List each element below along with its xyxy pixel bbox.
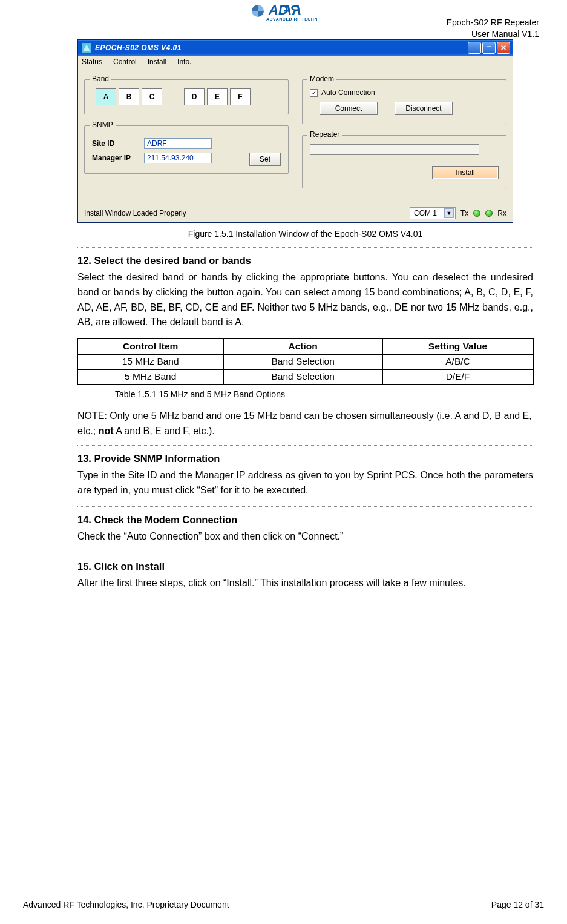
manager-ip-label: Manager IP (92, 154, 144, 162)
divider (77, 553, 533, 553)
step12-title: 12. Select the desired band or bands (77, 255, 533, 266)
status-text: Install Window Loaded Properly (84, 209, 186, 217)
titlebar: EPOCH-S02 OMS V4.01 _ □ ✕ (78, 40, 513, 56)
menu-control[interactable]: Control (113, 58, 137, 66)
repeater-group-label: Repeater (307, 130, 342, 139)
rx-label: Rx (497, 209, 506, 217)
band-options-table: Control Item Action Setting Value 15 MHz… (77, 338, 533, 384)
screenshot-container: EPOCH-S02 OMS V4.01 _ □ ✕ Status Control… (77, 39, 533, 223)
manager-ip-input[interactable] (144, 153, 212, 163)
note: NOTE: Only one 5 MHz band and one 15 MHz… (77, 409, 533, 439)
table-header: Control Item (78, 339, 223, 354)
table-header: Action (223, 339, 383, 354)
step15-body: After the first three steps, click on “I… (77, 576, 533, 591)
com-port-value: COM 1 (414, 209, 437, 217)
maximize-button[interactable]: □ (482, 42, 496, 54)
set-button[interactable]: Set (249, 153, 281, 166)
install-button[interactable]: Install (432, 166, 499, 179)
footer-left: Advanced RF Technologies, Inc. Proprieta… (23, 900, 229, 909)
table-header: Setting Value (382, 339, 533, 354)
footer-right: Page 12 of 31 (491, 900, 544, 909)
divider (77, 247, 533, 248)
com-port-select[interactable]: COM 1 ▼ (410, 207, 456, 219)
app-window: EPOCH-S02 OMS V4.01 _ □ ✕ Status Control… (77, 39, 513, 223)
snmp-group: SNMP Site ID Manager IP (84, 125, 289, 174)
rx-led-icon (485, 210, 493, 217)
menu-status[interactable]: Status (82, 58, 102, 66)
site-id-label: Site ID (92, 139, 144, 148)
svg-text:RF: RF (283, 4, 301, 18)
header-right: Epoch-S02 RF Repeater User Manual V1.1 (447, 17, 539, 40)
tx-label: Tx (460, 209, 468, 217)
modem-group: Modem ✓ Auto Connection Connect Disconne… (302, 79, 506, 124)
connect-button[interactable]: Connect (320, 102, 378, 115)
product-name: Epoch-S02 RF Repeater (447, 17, 539, 28)
step13-body: Type in the Site ID and the Manager IP a… (77, 468, 533, 498)
footer: Advanced RF Technologies, Inc. Proprieta… (23, 900, 544, 909)
auto-connection-label: Auto Connection (321, 88, 375, 97)
band-c-button[interactable]: C (142, 88, 162, 105)
menubar: Status Control Install Info. (78, 56, 513, 68)
minimize-button[interactable]: _ (468, 42, 481, 54)
menu-install[interactable]: Install (148, 58, 166, 66)
band-group-label: Band (90, 74, 111, 83)
snmp-group-label: SNMP (90, 120, 116, 129)
close-button[interactable]: ✕ (497, 42, 510, 54)
tx-led-icon (473, 210, 480, 217)
site-id-input[interactable] (144, 138, 212, 149)
statusbar: Install Window Loaded Properly COM 1 ▼ T… (78, 203, 513, 222)
step14-title: 14. Check the Modem Connection (77, 514, 533, 526)
step14-body: Check the “Auto Connection” box and then… (77, 529, 533, 544)
step13-title: 13. Provide SNMP Information (77, 453, 533, 464)
window-title: EPOCH-S02 OMS V4.01 (95, 44, 182, 52)
table-row: 5 MHz Band Band Selection D/E/F (78, 369, 533, 384)
figure-caption: Figure 1.5.1 Installation Window of the … (77, 229, 533, 239)
table-row: 15 MHz Band Band Selection A/B/C (78, 354, 533, 369)
band-b-button[interactable]: B (119, 88, 139, 105)
divider (77, 445, 533, 446)
band-a-button[interactable]: A (96, 88, 116, 105)
step12-body: Select the desired band or bands by clic… (77, 270, 533, 330)
band-e-button[interactable]: E (207, 88, 228, 105)
auto-connection-checkbox[interactable]: ✓ (310, 89, 318, 97)
step15-title: 15. Click on Install (77, 561, 533, 572)
doc-version: User Manual V1.1 (447, 28, 539, 40)
svg-text:ADVANCED RF TECHNOLOGIES: ADVANCED RF TECHNOLOGIES (266, 17, 317, 21)
repeater-progress (310, 144, 479, 155)
menu-info[interactable]: Info. (177, 58, 191, 66)
disconnect-button[interactable]: Disconnect (395, 102, 453, 115)
modem-group-label: Modem (307, 74, 336, 83)
repeater-group: Repeater Install (302, 135, 506, 188)
band-d-button[interactable]: D (184, 88, 205, 105)
band-group: Band A B C D E F (84, 79, 289, 114)
chevron-down-icon: ▼ (444, 208, 454, 218)
band-f-button[interactable]: F (230, 88, 251, 105)
app-icon (82, 43, 91, 53)
table-caption: Table 1.5.1 15 MHz and 5 MHz Band Option… (77, 389, 533, 399)
divider (77, 506, 533, 507)
